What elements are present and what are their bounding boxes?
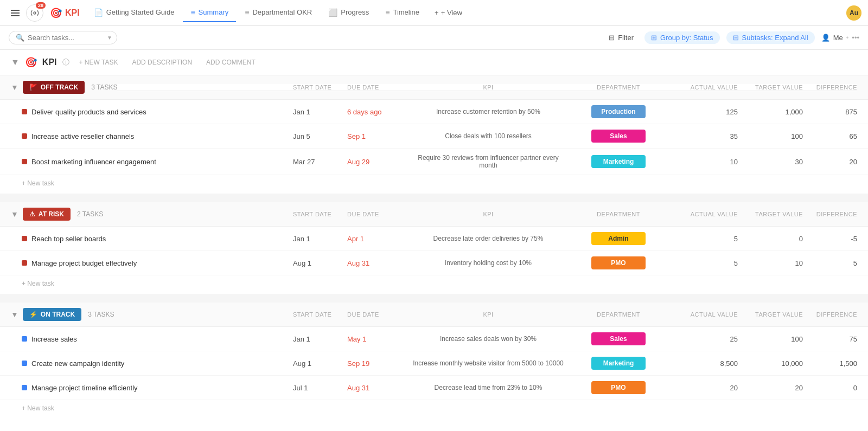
task-start-date: Jan 1: [293, 335, 347, 343]
at-risk-badge[interactable]: ⚠ AT RISK: [23, 208, 71, 221]
task-actual-value: 5: [673, 259, 738, 267]
progress-icon: ⬜: [328, 8, 337, 17]
task-difference: 65: [803, 132, 857, 140]
tab-progress-label: Progress: [341, 8, 369, 16]
add-icon: +: [435, 9, 439, 17]
add-view-button[interactable]: + + View: [428, 4, 469, 21]
task-name[interactable]: Create new campaign identity: [22, 359, 293, 368]
dept-badge[interactable]: Admin: [591, 232, 646, 245]
hamburger-menu[interactable]: [7, 5, 24, 21]
section-divider: [0, 294, 868, 303]
top-navigation: 28 🎯 KPI 📄 Getting Started Guide ≡ Summa…: [0, 0, 868, 26]
task-name[interactable]: Manage project budget effectively: [22, 259, 293, 267]
dept-badge[interactable]: PMO: [591, 381, 646, 394]
flag-icon: 🚩: [29, 83, 37, 91]
task-name[interactable]: Reach top seller boards: [22, 235, 293, 243]
new-task-row[interactable]: + New task: [0, 400, 868, 416]
section-at-risk-header: ▼ ⚠ AT RISK 2 TASKS START DATE DUE DATE …: [0, 202, 868, 227]
start-date-header3: START DATE: [293, 311, 347, 318]
dept-badge[interactable]: Sales: [591, 332, 646, 345]
difference-header: DIFFERENCE: [803, 84, 857, 91]
task-actual-value: 25: [673, 335, 738, 343]
tab-timeline[interactable]: ≡ Timeline: [378, 4, 427, 22]
tab-progress[interactable]: ⬜ Progress: [321, 4, 376, 22]
task-difference: 5: [803, 259, 857, 267]
actual-value-header: ACTUAL VALUE: [673, 84, 738, 91]
task-dot-icon: [22, 336, 27, 342]
group-by-button[interactable]: ⊞ Group by: Status: [644, 31, 720, 44]
project-logo-icon: 🎯: [25, 56, 37, 68]
add-comment-button[interactable]: ADD COMMENT: [202, 56, 260, 68]
at-risk-collapse[interactable]: ▼: [11, 210, 18, 218]
dept-badge[interactable]: Marketing: [591, 357, 646, 370]
task-dot-icon: [22, 236, 27, 241]
dept-badge[interactable]: PMO: [591, 256, 646, 269]
tab-getting-started[interactable]: 📄 Getting Started Guide: [86, 4, 182, 22]
task-due-date: May 1: [347, 335, 412, 343]
task-department: Admin: [564, 232, 673, 245]
task-start-date: Jan 1: [293, 235, 347, 243]
task-name[interactable]: Boost marketing influencer engagement: [22, 158, 293, 166]
task-name[interactable]: Increase active reseller channels: [22, 132, 293, 140]
search-input-wrap[interactable]: 🔍 ▼: [9, 31, 117, 44]
task-dot-icon: [22, 260, 27, 266]
tab-timeline-label: Timeline: [393, 8, 419, 16]
on-track-collapse[interactable]: ▼: [11, 310, 18, 319]
new-task-row[interactable]: + New task: [0, 175, 868, 191]
at-risk-task-count: 2 TASKS: [77, 210, 103, 218]
task-dot-icon: [22, 159, 27, 164]
tab-departmental-okr[interactable]: ≡ Departmental OKR: [237, 4, 320, 22]
notification-badge[interactable]: 28: [26, 4, 43, 22]
task-name[interactable]: Increase sales: [22, 335, 293, 343]
nav-tabs: 📄 Getting Started Guide ≡ Summary ≡ Depa…: [86, 4, 844, 22]
tab-getting-started-label: Getting Started Guide: [106, 8, 175, 16]
badge-count: 28: [36, 2, 46, 9]
new-task-row[interactable]: + New task: [0, 275, 868, 292]
task-target-value: 1,000: [738, 108, 803, 116]
dept-badge[interactable]: Sales: [591, 130, 646, 143]
search-input[interactable]: [28, 34, 104, 42]
kpi-header2: KPI: [412, 211, 564, 217]
difference-header2: DIFFERENCE: [803, 211, 857, 217]
more-icon: •••: [852, 34, 859, 42]
task-actual-value: 20: [673, 384, 738, 392]
target-value-header2: TARGET VALUE: [738, 211, 803, 217]
off-track-badge[interactable]: 🚩 OFF TRACK: [23, 81, 85, 94]
task-actual-value: 8,500: [673, 359, 738, 368]
on-track-badge[interactable]: ⚡ ON TRACK: [23, 308, 81, 321]
new-task-button[interactable]: + NEW TASK: [75, 56, 123, 68]
task-target-value: 10: [738, 259, 803, 267]
me-button[interactable]: 👤 Me • •••: [821, 34, 859, 42]
task-due-date: Apr 1: [347, 235, 412, 243]
task-department: PMO: [564, 381, 673, 394]
task-name[interactable]: Manage project timeline efficiently: [22, 384, 293, 392]
group-icon: ⊞: [651, 34, 657, 42]
target-icon: 🎯: [50, 7, 62, 19]
actual-value-header3: ACTUAL VALUE: [673, 311, 738, 318]
dept-badge[interactable]: Marketing: [591, 155, 646, 168]
table-row: Manage project budget effectively Aug 1 …: [0, 251, 868, 275]
info-icon[interactable]: ⓘ: [62, 57, 69, 67]
task-name[interactable]: Deliver quality products and services: [22, 108, 293, 116]
section-on-track: ▼ ⚡ ON TRACK 3 TASKS START DATE DUE DATE…: [0, 303, 868, 416]
app-title: KPI: [65, 8, 80, 18]
off-track-collapse[interactable]: ▼: [11, 83, 18, 92]
table-row: Create new campaign identity Aug 1 Sep 1…: [0, 351, 868, 376]
filter-button[interactable]: ⊟ Filter: [604, 31, 638, 44]
task-department: Marketing: [564, 357, 673, 370]
kpi-header: KPI: [412, 84, 564, 91]
task-due-date: Sep 19: [347, 359, 412, 368]
dept-badge[interactable]: Production: [591, 105, 646, 118]
subtasks-button[interactable]: ⊟ Subtasks: Expand All: [726, 31, 815, 44]
avatar[interactable]: Au: [846, 5, 861, 21]
project-collapse-button[interactable]: ▼: [11, 57, 20, 67]
task-kpi: Inventory holding cost by 10%: [412, 259, 564, 267]
tab-summary[interactable]: ≡ Summary: [183, 4, 236, 22]
department-header: DEPARTMENT: [564, 84, 673, 91]
task-due-date: Aug 31: [347, 384, 412, 392]
add-description-button[interactable]: ADD DESCRIPTION: [127, 56, 196, 68]
due-date-header: DUE DATE: [347, 84, 412, 91]
table-row: Reach top seller boards Jan 1 Apr 1 Decr…: [0, 227, 868, 251]
tab-departmental-okr-label: Departmental OKR: [252, 8, 312, 16]
task-department: PMO: [564, 256, 673, 269]
